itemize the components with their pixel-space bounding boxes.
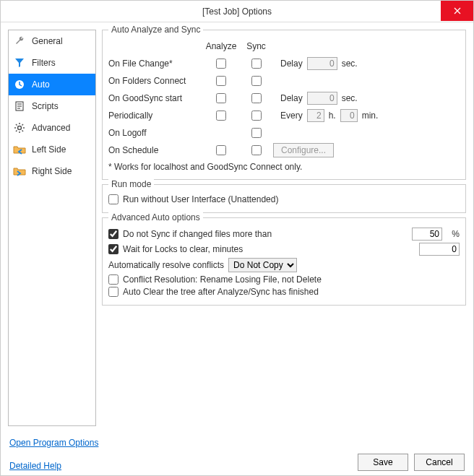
checkbox-periodically-sync[interactable] bbox=[251, 111, 262, 121]
label-h: h. bbox=[329, 111, 336, 121]
sidebar-item-label: General bbox=[32, 36, 63, 46]
window-title: [Test Job] Options bbox=[202, 7, 272, 17]
checkbox-no-sync-threshold[interactable] bbox=[108, 229, 118, 239]
group-title: Advanced Auto options bbox=[108, 212, 203, 222]
input-delay-file-change[interactable] bbox=[307, 57, 337, 70]
checkbox-logoff-sync[interactable] bbox=[251, 128, 262, 138]
group-advanced-auto: Advanced Auto options Do not Sync if cha… bbox=[102, 217, 466, 306]
link-open-program-options[interactable]: Open Program Options bbox=[9, 438, 98, 448]
checkbox-file-change-analyze[interactable] bbox=[216, 59, 226, 69]
label-logoff: On Logoff bbox=[108, 128, 199, 138]
checkbox-periodically-analyze[interactable] bbox=[216, 111, 226, 121]
label-min: min. bbox=[362, 111, 379, 121]
label-wait-locks: Wait for Locks to clear, minutes bbox=[123, 244, 243, 254]
sidebar-item-label: Left Side bbox=[32, 144, 66, 155]
sidebar: General Filters Auto Scripts Advanced bbox=[8, 30, 96, 426]
checkbox-folders-connect-sync[interactable] bbox=[251, 76, 262, 86]
label-goodsync-start: On GoodSync start bbox=[108, 93, 199, 103]
label-folders-connect: On Folders Connect bbox=[108, 76, 199, 86]
input-wait-locks-minutes[interactable] bbox=[419, 243, 460, 256]
label-no-sync-threshold: Do not Sync if changed files more than bbox=[123, 229, 272, 239]
label-conflict-rename: Conflict Resolution: Rename Losing File,… bbox=[123, 274, 322, 285]
footer: Open Program Options Detailed Help Save … bbox=[1, 433, 473, 476]
label-periodically: Periodically bbox=[108, 111, 199, 121]
footnote: * Works for localhost and GoodSync Conne… bbox=[108, 159, 460, 173]
script-icon bbox=[13, 100, 26, 113]
label-schedule: On Schedule bbox=[108, 145, 199, 155]
header-sync: Sync bbox=[244, 41, 269, 51]
checkbox-folders-connect-analyze[interactable] bbox=[216, 76, 226, 86]
link-detailed-help[interactable]: Detailed Help bbox=[9, 461, 61, 471]
label-unattended: Run without User Interface (Unattended) bbox=[123, 194, 278, 204]
checkbox-schedule-sync[interactable] bbox=[251, 145, 262, 155]
label-resolve-conflicts: Automatically resolve conflicts bbox=[108, 260, 224, 270]
group-auto-analyze-sync: Auto Analyze and Sync Analyze Sync On Fi… bbox=[102, 30, 466, 180]
title-bar: [Test Job] Options bbox=[1, 1, 473, 22]
header-analyze: Analyze bbox=[203, 41, 239, 51]
sidebar-item-auto[interactable]: Auto bbox=[9, 74, 95, 95]
group-title: Run mode bbox=[108, 179, 154, 189]
label-percent: % bbox=[447, 229, 460, 239]
checkbox-auto-clear[interactable] bbox=[108, 287, 118, 297]
label-every: Every bbox=[280, 111, 303, 121]
input-no-sync-percent[interactable] bbox=[412, 228, 442, 241]
checkbox-goodsync-start-sync[interactable] bbox=[251, 93, 262, 103]
checkbox-wait-locks[interactable] bbox=[108, 244, 118, 254]
sidebar-item-right-side[interactable]: Right Side bbox=[9, 160, 95, 182]
checkbox-unattended[interactable] bbox=[108, 194, 118, 204]
label-delay: Delay bbox=[280, 93, 303, 103]
clock-icon bbox=[13, 78, 26, 91]
wrench-icon bbox=[13, 35, 26, 48]
main-panel: Auto Analyze and Sync Analyze Sync On Fi… bbox=[102, 30, 466, 426]
input-every-hours[interactable] bbox=[307, 109, 324, 122]
close-button[interactable] bbox=[441, 1, 473, 21]
label-sec: sec. bbox=[342, 59, 358, 69]
select-resolve-conflicts[interactable]: Do Not Copy bbox=[228, 258, 297, 272]
folder-left-icon bbox=[13, 143, 26, 156]
checkbox-schedule-analyze[interactable] bbox=[216, 145, 226, 155]
sidebar-item-label: Advanced bbox=[32, 123, 70, 133]
label-delay: Delay bbox=[280, 59, 303, 69]
gear-icon bbox=[13, 121, 26, 134]
label-sec: sec. bbox=[342, 93, 358, 103]
close-icon bbox=[454, 7, 461, 14]
folder-right-icon bbox=[13, 165, 26, 178]
checkbox-goodsync-start-analyze[interactable] bbox=[216, 93, 226, 103]
save-button[interactable]: Save bbox=[358, 454, 408, 471]
funnel-icon bbox=[13, 56, 26, 69]
sidebar-item-label: Filters bbox=[32, 58, 56, 68]
label-auto-clear: Auto Clear the tree after Analyze/Sync h… bbox=[123, 287, 319, 297]
sidebar-item-label: Scripts bbox=[32, 101, 59, 111]
sidebar-item-left-side[interactable]: Left Side bbox=[9, 139, 95, 160]
sidebar-item-filters[interactable]: Filters bbox=[9, 52, 95, 74]
cancel-button[interactable]: Cancel bbox=[414, 454, 465, 471]
checkbox-file-change-sync[interactable] bbox=[251, 59, 262, 69]
sidebar-item-label: Right Side bbox=[32, 166, 72, 176]
sidebar-item-advanced[interactable]: Advanced bbox=[9, 117, 95, 139]
sidebar-item-label: Auto bbox=[32, 79, 50, 90]
input-every-minutes[interactable] bbox=[340, 109, 358, 122]
checkbox-conflict-rename[interactable] bbox=[108, 274, 118, 285]
label-file-change: On File Change* bbox=[108, 59, 199, 69]
svg-point-2 bbox=[18, 126, 22, 130]
input-delay-goodsync-start[interactable] bbox=[307, 92, 337, 105]
group-title: Auto Analyze and Sync bbox=[108, 25, 203, 35]
sidebar-item-general[interactable]: General bbox=[9, 30, 95, 52]
sidebar-item-scripts[interactable]: Scripts bbox=[9, 95, 95, 117]
configure-button[interactable]: Configure... bbox=[273, 143, 334, 157]
group-run-mode: Run mode Run without User Interface (Una… bbox=[102, 184, 466, 213]
